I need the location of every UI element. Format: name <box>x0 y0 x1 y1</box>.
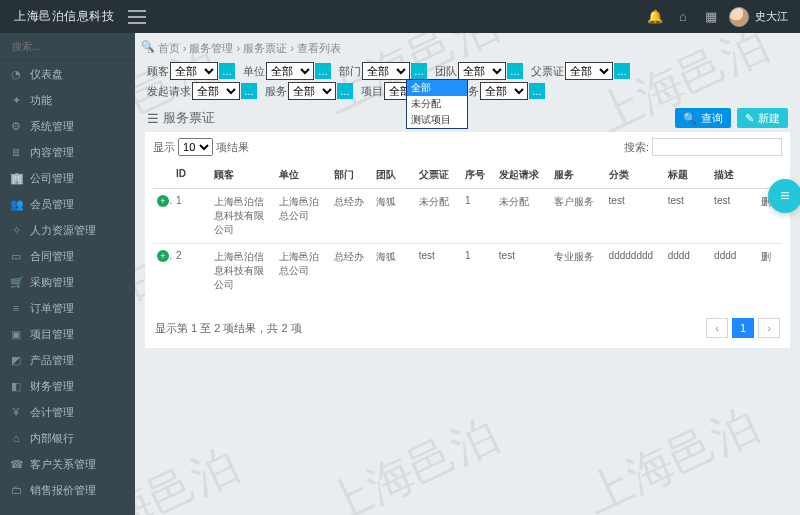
horizontal-scrollbar[interactable] <box>153 298 782 310</box>
sidebar-item[interactable]: ◩产品管理 <box>0 347 135 373</box>
cell-cat: test <box>605 189 664 244</box>
column-header[interactable]: 部门 <box>330 162 372 189</box>
column-header[interactable]: 顾客 <box>210 162 275 189</box>
filter-select-单位[interactable]: 全部 <box>266 62 314 80</box>
filter-mini-button[interactable]: … <box>614 63 630 79</box>
sidebar-item[interactable]: 🗎内容管理 <box>0 139 135 165</box>
query-button[interactable]: 🔍 查询 <box>675 108 731 128</box>
column-header[interactable]: ID <box>172 162 195 189</box>
sidebar-item-label: 功能 <box>30 93 52 108</box>
filter-select-顾客[interactable]: 全部 <box>170 62 218 80</box>
column-header[interactable]: 分类 <box>605 162 664 189</box>
sidebar-item-icon: ◔ <box>10 68 22 81</box>
filter-mini-button[interactable]: … <box>219 63 235 79</box>
sidebar-item-icon: ¥ <box>10 406 22 418</box>
project-dropdown-popup[interactable]: 全部未分配测试项目 <box>406 79 468 129</box>
pager-next[interactable]: › <box>758 318 780 338</box>
page-size-select[interactable]: 10 <box>178 138 213 156</box>
row-expand-icon[interactable]: + <box>157 250 169 262</box>
sidebar-item-label: 内容管理 <box>30 145 74 160</box>
sidebar-item-label: 采购管理 <box>30 275 74 290</box>
sidebar-item[interactable]: 👥会员管理 <box>0 191 135 217</box>
filter-select-任务[interactable]: 全部 <box>480 82 528 100</box>
filter-select-服务[interactable]: 全部 <box>288 82 336 100</box>
breadcrumb-item[interactable]: 首页 <box>158 42 180 54</box>
column-header[interactable]: 描述 <box>710 162 756 189</box>
filter-mini-button[interactable]: … <box>315 63 331 79</box>
sidebar-item-icon: ◩ <box>10 354 22 367</box>
filter-label: 顾客 <box>147 64 169 79</box>
breadcrumb-item[interactable]: 查看列表 <box>297 42 341 54</box>
cell-tail[interactable]: 删 <box>757 244 782 299</box>
column-header[interactable]: 标题 <box>664 162 710 189</box>
row-expand-icon[interactable]: + <box>157 195 169 207</box>
sidebar-item[interactable]: ☎客户关系管理 <box>0 451 135 477</box>
project-option[interactable]: 未分配 <box>407 96 467 112</box>
table-search-input[interactable] <box>652 138 782 156</box>
home-icon[interactable]: ⌂ <box>669 9 697 24</box>
filter-mini-button[interactable]: … <box>337 83 353 99</box>
sidebar-item[interactable]: ▭合同管理 <box>0 243 135 269</box>
filter-mini-button[interactable]: … <box>411 63 427 79</box>
column-header[interactable]: 团队 <box>372 162 414 189</box>
breadcrumb-item[interactable]: 服务票证 <box>243 42 287 54</box>
table-footer-info: 显示第 1 至 2 项结果，共 2 项 <box>155 321 302 336</box>
sidebar-item[interactable]: ⚙系统管理 <box>0 113 135 139</box>
search-icon: 🔍 <box>683 112 697 125</box>
sidebar-item[interactable]: ▣项目管理 <box>0 321 135 347</box>
column-header[interactable] <box>195 162 210 189</box>
column-header[interactable]: 单位 <box>275 162 330 189</box>
table-row: +1上海邑泊信息科技有限公司上海邑泊总公司总经办海狐未分配1未分配客户服务tes… <box>153 189 782 244</box>
cell-customer: 上海邑泊信息科技有限公司 <box>210 189 275 244</box>
filter-select-部门[interactable]: 全部 <box>362 62 410 80</box>
calendar-icon[interactable]: ▦ <box>697 9 725 24</box>
column-header[interactable]: 发起请求 <box>495 162 550 189</box>
sidebar-item[interactable]: 🏢公司管理 <box>0 165 135 191</box>
sidebar-item-label: 订单管理 <box>30 301 74 316</box>
filter-mini-button[interactable]: … <box>529 83 545 99</box>
cell-team: 海狐 <box>372 244 414 299</box>
column-header[interactable]: 序号 <box>461 162 495 189</box>
project-option[interactable]: 全部 <box>407 80 467 96</box>
new-button[interactable]: ✎ 新建 <box>737 108 788 128</box>
breadcrumb-item[interactable]: 服务管理 <box>189 42 233 54</box>
cell-id: 1 <box>172 189 195 244</box>
project-option[interactable]: 测试项目 <box>407 112 467 128</box>
sidebar-item[interactable]: ✦功能 <box>0 87 135 113</box>
column-header[interactable]: 父票证 <box>415 162 461 189</box>
sidebar-search[interactable]: 🔍 <box>0 33 135 61</box>
filter-mini-button[interactable]: … <box>241 83 257 99</box>
data-table: ID顾客单位部门团队父票证序号发起请求服务分类标题描述 +1上海邑泊信息科技有限… <box>153 162 782 298</box>
column-header[interactable] <box>153 162 172 189</box>
sidebar-item[interactable]: 🛒采购管理 <box>0 269 135 295</box>
filter-select-父票证[interactable]: 全部 <box>565 62 613 80</box>
sidebar-item-icon: 👥 <box>10 198 22 211</box>
pager-page-1[interactable]: 1 <box>732 318 754 338</box>
filter-select-团队[interactable]: 全部 <box>458 62 506 80</box>
cell-service: 专业服务 <box>550 244 605 299</box>
filter-label: 服务 <box>265 84 287 99</box>
sidebar-item-icon: 🗀 <box>10 484 22 496</box>
sidebar-item[interactable]: ¥会计管理 <box>0 399 135 425</box>
sidebar-item-label: 内部银行 <box>30 431 74 446</box>
floating-action-button[interactable]: ≡ <box>768 179 800 213</box>
main-area: ⌂ 首页 › 服务管理 › 服务票证 › 查看列表 顾客全部…单位全部…部门全部… <box>135 33 800 515</box>
filter-label: 团队 <box>435 64 457 79</box>
avatar <box>729 7 749 27</box>
bell-icon[interactable]: 🔔 <box>641 9 669 24</box>
sidebar-item[interactable]: ◔仪表盘 <box>0 61 135 87</box>
filter-label: 父票证 <box>531 64 564 79</box>
pager-prev[interactable]: ‹ <box>706 318 728 338</box>
sidebar-item[interactable]: ⌂内部银行 <box>0 425 135 451</box>
column-header[interactable]: 服务 <box>550 162 605 189</box>
filter-mini-button[interactable]: … <box>507 63 523 79</box>
sidebar-search-input[interactable] <box>10 40 141 53</box>
sidebar-item[interactable]: ◧财务管理 <box>0 373 135 399</box>
user-menu[interactable]: 史大江 <box>725 7 800 27</box>
breadcrumb-home-icon[interactable]: ⌂ <box>147 43 154 55</box>
sidebar-item[interactable]: 🗀销售报价管理 <box>0 477 135 503</box>
sidebar-item[interactable]: ≡订单管理 <box>0 295 135 321</box>
menu-toggle-icon[interactable] <box>128 10 146 24</box>
filter-select-发起请求[interactable]: 全部 <box>192 82 240 100</box>
sidebar-item[interactable]: ✧人力资源管理 <box>0 217 135 243</box>
